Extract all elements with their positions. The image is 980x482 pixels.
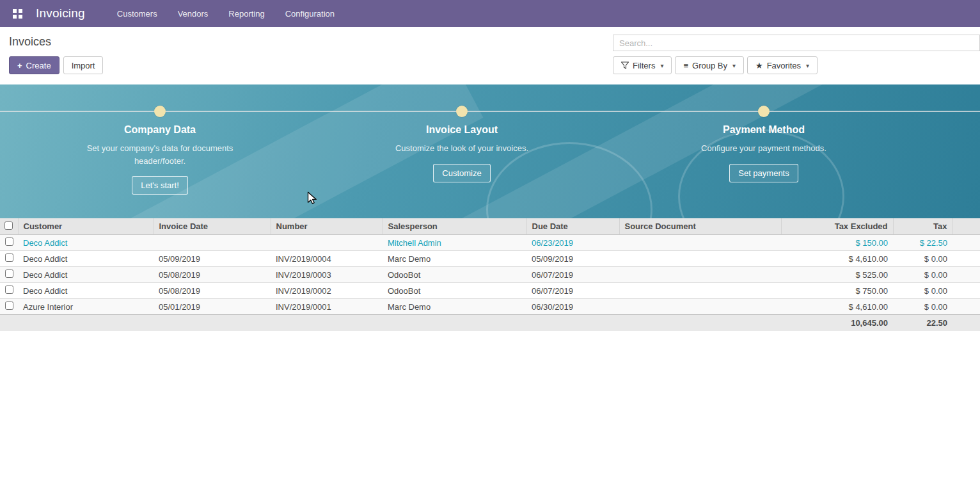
apps-menu-button[interactable]	[8, 4, 27, 23]
cell-due-date[interactable]: 06/07/2019	[526, 267, 619, 283]
filters-button[interactable]: Filters ▾	[613, 56, 672, 74]
cell-source-document[interactable]	[619, 299, 781, 315]
table-header-row: Customer Invoice Date Number Salesperson…	[0, 218, 980, 235]
row-checkbox[interactable]	[5, 237, 13, 246]
invoice-table: Customer Invoice Date Number Salesperson…	[0, 218, 980, 331]
control-panel: Invoices + Create Import Filters	[0, 27, 980, 84]
cell-tax[interactable]: $ 0.00	[893, 283, 952, 299]
table-row[interactable]: Deco Addict Mitchell Admin 06/23/2019 $ …	[0, 235, 980, 251]
table-row[interactable]: Azure Interior 05/01/2019 INV/2019/0001 …	[0, 299, 980, 315]
cell-tax-excluded[interactable]: $ 4,610.00	[781, 299, 893, 315]
action-buttons: + Create Import	[9, 56, 103, 74]
cell-due-date[interactable]: 06/23/2019	[526, 235, 619, 251]
cell-customer[interactable]: Deco Addict	[18, 283, 154, 299]
cell-source-document[interactable]	[619, 251, 781, 267]
cell-spacer	[952, 251, 980, 267]
step-dot-company-data	[154, 106, 166, 117]
cell-tax-excluded[interactable]: $ 525.00	[781, 267, 893, 283]
column-header-tax[interactable]: Tax	[893, 218, 952, 235]
cell-customer[interactable]: Azure Interior	[18, 299, 154, 315]
row-checkbox[interactable]	[5, 301, 13, 310]
cell-spacer	[952, 283, 980, 299]
cell-due-date[interactable]: 06/30/2019	[526, 299, 619, 315]
menu-customers[interactable]: Customers	[116, 6, 159, 21]
control-panel-right: Filters ▾ ≡ Group By ▾ ★ Favorites ▾	[613, 35, 980, 74]
cell-number[interactable]: INV/2019/0001	[271, 299, 383, 315]
table-row[interactable]: Deco Addict 05/09/2019 INV/2019/0004 Mar…	[0, 251, 980, 267]
column-header-tax-excluded[interactable]: Tax Excluded	[781, 218, 893, 235]
cell-tax-excluded[interactable]: $ 150.00	[781, 235, 893, 251]
group-by-button[interactable]: ≡ Group By ▾	[675, 56, 744, 74]
step-title: Invoice Layout	[360, 124, 564, 136]
cell-salesperson[interactable]: OdooBot	[383, 267, 526, 283]
cell-due-date[interactable]: 05/09/2019	[526, 251, 619, 267]
onboarding-progress-line	[0, 111, 980, 112]
cell-source-document[interactable]	[619, 267, 781, 283]
step-title: Company Data	[58, 124, 262, 136]
page-title: Invoices	[9, 35, 103, 49]
filters-button-label: Filters	[633, 61, 655, 70]
menu-vendors[interactable]: Vendors	[177, 6, 210, 21]
cell-salesperson[interactable]: OdooBot	[383, 283, 526, 299]
onboarding-step-payment-method: Payment Method Configure your payment me…	[661, 124, 866, 182]
cell-spacer	[952, 235, 980, 251]
cell-source-document[interactable]	[619, 235, 781, 251]
create-button[interactable]: + Create	[9, 56, 59, 74]
cell-salesperson[interactable]: Marc Demo	[383, 251, 526, 267]
table-row[interactable]: Deco Addict 05/08/2019 INV/2019/0003 Odo…	[0, 267, 980, 283]
menu-reporting[interactable]: Reporting	[227, 6, 265, 21]
onboarding-banner: Company Data Set your company's data for…	[0, 84, 980, 218]
onboarding-step-invoice-layout: Invoice Layout Customize the look of you…	[360, 124, 564, 182]
cell-customer[interactable]: Deco Addict	[18, 267, 154, 283]
cell-tax[interactable]: $ 0.00	[893, 267, 952, 283]
cell-number[interactable]: INV/2019/0002	[271, 283, 383, 299]
column-header-number[interactable]: Number	[271, 218, 383, 235]
cell-number[interactable]: INV/2019/0003	[271, 267, 383, 283]
select-all-checkbox[interactable]	[4, 221, 13, 230]
favorites-button[interactable]: ★ Favorites ▾	[747, 56, 818, 74]
cell-tax-excluded[interactable]: $ 4,610.00	[781, 251, 893, 267]
cell-salesperson[interactable]: Marc Demo	[383, 299, 526, 315]
cell-source-document[interactable]	[619, 283, 781, 299]
column-header-due-date[interactable]: Due Date	[526, 218, 619, 235]
cell-invoice-date[interactable]	[154, 235, 271, 251]
cell-tax[interactable]: $ 0.00	[893, 299, 952, 315]
cell-spacer	[952, 267, 980, 283]
lets-start-button[interactable]: Let's start!	[132, 176, 188, 195]
control-panel-left: Invoices + Create Import	[9, 35, 103, 74]
cell-invoice-date[interactable]: 05/01/2019	[154, 299, 271, 315]
column-header-salesperson[interactable]: Salesperson	[383, 218, 526, 235]
table-row[interactable]: Deco Addict 05/08/2019 INV/2019/0002 Odo…	[0, 283, 980, 299]
column-spacer	[952, 218, 980, 235]
select-all-cell	[0, 218, 18, 235]
cell-spacer	[952, 299, 980, 315]
group-by-button-label: Group By	[692, 61, 727, 70]
favorites-button-label: Favorites	[767, 61, 801, 70]
plus-icon: +	[17, 61, 22, 70]
cell-invoice-date[interactable]: 05/08/2019	[154, 283, 271, 299]
row-checkbox[interactable]	[5, 269, 13, 278]
cell-due-date[interactable]: 06/07/2019	[526, 283, 619, 299]
cell-salesperson[interactable]: Mitchell Admin	[383, 235, 526, 251]
set-payments-button[interactable]: Set payments	[729, 164, 798, 182]
cell-customer[interactable]: Deco Addict	[18, 235, 154, 251]
customize-button[interactable]: Customize	[433, 164, 490, 182]
row-checkbox[interactable]	[5, 253, 13, 262]
menu-configuration[interactable]: Configuration	[284, 6, 336, 21]
totals-row: 10,645.00 22.50	[0, 315, 980, 332]
cell-customer[interactable]: Deco Addict	[18, 251, 154, 267]
column-header-customer[interactable]: Customer	[18, 218, 154, 235]
row-checkbox[interactable]	[5, 285, 13, 294]
cell-invoice-date[interactable]: 05/08/2019	[154, 267, 271, 283]
column-header-source-document[interactable]: Source Document	[619, 218, 781, 235]
cell-tax[interactable]: $ 22.50	[893, 235, 952, 251]
cell-invoice-date[interactable]: 05/09/2019	[154, 251, 271, 267]
search-input[interactable]	[613, 35, 980, 51]
cell-number[interactable]: INV/2019/0004	[271, 251, 383, 267]
column-header-invoice-date[interactable]: Invoice Date	[154, 218, 271, 235]
cell-tax-excluded[interactable]: $ 750.00	[781, 283, 893, 299]
cell-tax[interactable]: $ 0.00	[893, 251, 952, 267]
cell-number[interactable]	[271, 235, 383, 251]
import-button[interactable]: Import	[63, 56, 104, 74]
total-tax: 22.50	[893, 315, 952, 332]
